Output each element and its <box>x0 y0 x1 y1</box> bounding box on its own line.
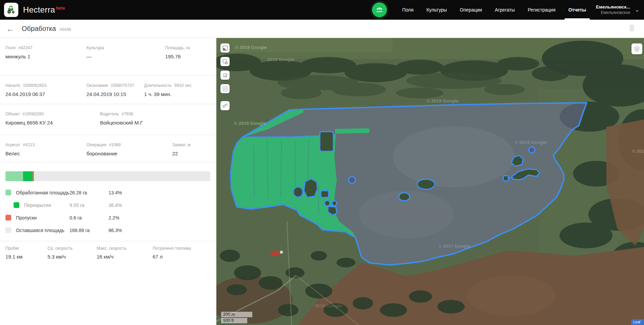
layers-icon <box>633 45 641 53</box>
section-implement: Агрегат#4213 Велес Операция#1069 боронов… <box>0 135 216 162</box>
legend-row-treated: Обработанная площадь 26.28 га 13.4% <box>0 186 216 199</box>
start-cell: Начало1556062653 24.04.2019 06:37 <box>5 76 46 97</box>
page-title: Обработка <box>22 25 56 33</box>
page-header: ← Обработка #8446 <box>0 20 644 38</box>
top-bar: Hecterrabeta Поля Культуры Операции Агре… <box>0 0 644 20</box>
map-tool-field-fill-button[interactable] <box>220 71 230 80</box>
brand-name: Hecterrabeta <box>23 5 65 15</box>
map-tool-tracks-button[interactable] <box>220 84 230 93</box>
account-org: Емельяновское <box>596 10 630 15</box>
satellite-map <box>216 38 644 325</box>
nav-cultures[interactable]: Культуры <box>420 0 453 20</box>
max-speed-stat: Макс. скорость 16 км/ч <box>97 241 126 260</box>
overlap-layer-icon <box>222 59 228 64</box>
account-name: Емельяновск... <box>596 4 630 10</box>
legend-row-remaining: Оставшаяся площадь 168.89 га 86.3% <box>0 224 216 236</box>
area-cell: Площадь, га 195.76 <box>165 38 190 59</box>
hecterra-logo[interactable] <box>4 3 18 17</box>
bar-overlap-segment <box>23 171 33 181</box>
hecterra-app: Hecterrabeta Поля Культуры Операции Агре… <box>0 0 644 325</box>
operation-cell: Операция#1069 боронование <box>86 135 121 156</box>
legend-row-overlap: Перекрытия 9.55 га 36.4% <box>0 199 216 211</box>
legend-swatch-3 <box>5 227 11 233</box>
coverage-progress <box>5 171 210 181</box>
account-switcher[interactable]: Емельяновск... Емельяновское <box>596 4 630 15</box>
nav-operations[interactable]: Операции <box>453 0 489 20</box>
section-unit: Объект#19083280 Кировец 6656 КУ 24 Водит… <box>0 104 216 135</box>
implement-cell: Агрегат#4213 Велес <box>5 135 35 156</box>
trash-icon <box>628 24 635 32</box>
coverage-legend: Обработанная площадь 26.28 га 13.4% Пере… <box>0 186 216 236</box>
section-field: Поле#42247 минжуль 1 Культура — Площадь,… <box>0 38 216 76</box>
field-fill-icon <box>222 73 228 78</box>
trip-stats: Пробег 19.1 км Ср. скорость 5.3 км/ч Мак… <box>0 241 216 265</box>
nav-registration[interactable]: Регистрация <box>521 0 562 20</box>
scale-bar-imperial: 500 ft <box>220 317 248 324</box>
map-viewport[interactable]: © 2019 Google 2019 Google © 2019 Google … <box>216 38 644 325</box>
delete-button[interactable] <box>628 24 635 33</box>
scale-bar-metric: 200 m <box>220 311 253 318</box>
mileage-stat: Пробег 19.1 км <box>5 241 22 260</box>
fuel-stat: Потрачено топлива 67 л <box>153 241 191 260</box>
legend-swatch-0 <box>5 190 11 195</box>
legend-swatch-1 <box>14 202 19 208</box>
nav-fields[interactable]: Поля <box>396 0 420 20</box>
legend-swatch-2 <box>5 215 11 221</box>
base-layer-switch-button[interactable] <box>631 43 642 54</box>
driver-cell: Водитель#7938 Войцеховский М.Г <box>100 104 143 126</box>
coverage-layer-icon <box>222 45 228 51</box>
duration-cell: Длительность5910 sec 1 ч. 39 мин. <box>144 76 192 97</box>
width-cell: Захват, м 22 <box>172 135 191 156</box>
users-group-icon <box>375 5 384 14</box>
field-cell: Поле#42247 минжуль 1 <box>5 38 33 59</box>
operation-details-panel: Поле#42247 минжуль 1 Культура — Площадь,… <box>0 38 216 325</box>
tractor-icon <box>6 5 16 15</box>
nav-reports[interactable]: Отчеты <box>562 0 592 20</box>
nav-units[interactable]: Агрегаты <box>488 0 521 20</box>
ruler-icon <box>222 103 228 109</box>
cultivation-rows-icon <box>222 86 228 92</box>
end-cell: Окончание1556075737 24.04.2019 10:15 <box>86 76 134 97</box>
map-tool-overlap-button[interactable] <box>220 57 230 66</box>
map-attribution[interactable]: Leaf <box>631 319 644 325</box>
beta-badge: beta <box>56 6 65 11</box>
map-tool-measure-button[interactable] <box>220 101 230 110</box>
unit-cell: Объект#19083280 Кировец 6656 КУ 24 <box>5 104 53 126</box>
culture-cell: Культура — <box>86 38 104 59</box>
coverage-bar <box>5 171 210 181</box>
avg-speed-stat: Ср. скорость 5.3 км/ч <box>47 241 73 260</box>
bar-treated-segment <box>5 171 23 181</box>
legend-row-missed: Пропуски 0.6 га 2.2% <box>0 211 216 224</box>
bar-missed-segment <box>33 171 34 181</box>
chevron-down-icon[interactable]: ⌄ <box>635 7 639 13</box>
back-button[interactable]: ← <box>6 25 14 33</box>
operation-id: #8446 <box>59 27 71 32</box>
user-avatar[interactable] <box>371 1 388 19</box>
section-time: Начало1556062653 24.04.2019 06:37 Оконча… <box>0 76 216 104</box>
map-tool-coverage-button[interactable] <box>220 43 230 53</box>
